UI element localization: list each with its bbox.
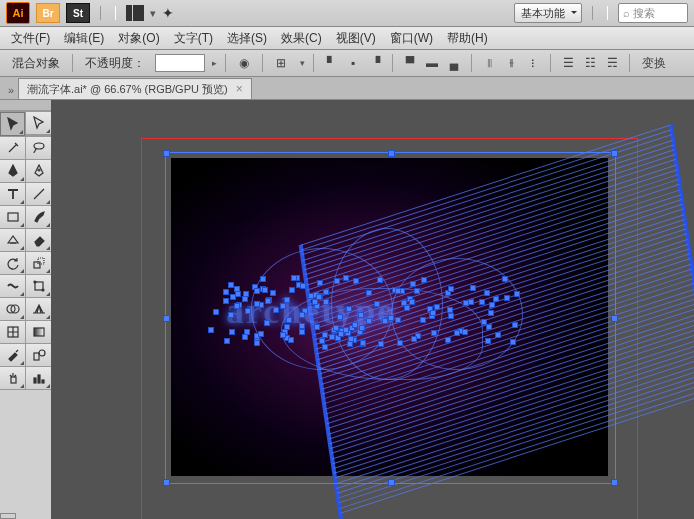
resize-handle-t[interactable] [388,150,395,157]
lasso-tool[interactable] [26,137,51,159]
search-input[interactable]: ⌕搜索 [618,3,688,23]
align-top-icon[interactable]: ▀ [399,52,421,74]
opacity-stepper[interactable]: ▸ [209,56,219,70]
mesh-tool[interactable] [0,321,25,343]
resize-handle-b[interactable] [388,479,395,486]
svg-point-7 [42,289,44,291]
svg-rect-11 [34,328,44,336]
rectangle-tool[interactable] [0,206,25,228]
document-tab[interactable]: 潮流字体.ai* @ 66.67% (RGB/GPU 预览) × [18,78,252,99]
svg-rect-16 [38,375,40,383]
selection-bounding-box[interactable] [165,152,616,484]
dist-left-icon[interactable]: ⫴ [478,52,500,74]
menu-type[interactable]: 文字(T) [167,28,220,49]
free-transform-tool[interactable] [26,275,51,297]
align-pixel-icon[interactable]: ⊞ [269,52,293,74]
svg-rect-5 [35,282,43,290]
dist-bottom-icon[interactable]: ☴ [601,52,623,74]
menu-edit[interactable]: 编辑(E) [57,28,111,49]
align-vcenter-icon[interactable]: ▬ [421,52,443,74]
magic-wand-tool[interactable] [0,137,25,159]
stock-badge[interactable]: St [66,3,90,23]
type-tool[interactable] [0,183,25,205]
gradient-tool[interactable] [26,321,51,343]
close-tab-icon[interactable]: × [236,82,243,96]
svg-rect-15 [34,378,36,383]
menu-effect[interactable]: 效果(C) [274,28,329,49]
rotate-tool[interactable] [0,252,25,274]
align-right-icon[interactable]: ▝ [364,52,386,74]
dropdown-arrow-icon[interactable]: ▾ [150,7,156,20]
bridge-badge[interactable]: Br [36,3,60,23]
toolbox-grip[interactable] [0,100,51,111]
resize-handle-tr[interactable] [611,150,618,157]
svg-rect-14 [11,377,16,383]
gpu-icon[interactable]: ✦ [162,5,174,21]
resize-handle-bl[interactable] [163,479,170,486]
scale-tool[interactable] [26,252,51,274]
svg-rect-17 [42,380,44,383]
document-title: 潮流字体.ai* @ 66.67% (RGB/GPU 预览) [27,82,228,97]
separator [550,54,551,72]
menu-select[interactable]: 选择(S) [220,28,274,49]
toolbox [0,100,51,519]
menu-object[interactable]: 对象(O) [111,28,166,49]
svg-rect-3 [34,262,40,268]
column-graph-tool[interactable] [26,367,51,389]
line-segment-tool[interactable] [26,183,51,205]
menu-window[interactable]: 窗口(W) [383,28,440,49]
separator [262,54,263,72]
style-icon[interactable]: ◉ [232,52,256,74]
resize-handle-br[interactable] [611,479,618,486]
opacity-label: 不透明度： [79,55,151,72]
doc-list-icon[interactable]: » [4,81,18,99]
workspace-switcher[interactable]: 基本功能 [514,3,582,23]
svg-point-1 [38,169,40,171]
separator [313,54,314,72]
separator [72,54,73,72]
align-hcenter-icon[interactable]: ▪ [342,52,364,74]
menu-view[interactable]: 视图(V) [329,28,383,49]
shaper-tool[interactable] [0,229,25,251]
dist-vcenter-icon[interactable]: ☷ [579,52,601,74]
symbol-sprayer-tool[interactable] [0,367,25,389]
eraser-tool[interactable] [26,229,51,251]
opacity-input[interactable] [155,54,205,72]
curvature-tool[interactable] [26,160,51,182]
dist-right-icon[interactable]: ⫶ [522,52,544,74]
svg-rect-12 [34,353,39,360]
align-pixel-menu[interactable]: ▾ [297,56,307,70]
resize-handle-r[interactable] [611,315,618,322]
menu-help[interactable]: 帮助(H) [440,28,495,49]
blend-tool[interactable] [26,344,51,366]
arrange-docs-icon[interactable] [126,5,144,21]
separator [629,54,630,72]
align-left-icon[interactable]: ▘ [320,52,342,74]
dist-top-icon[interactable]: ☰ [557,52,579,74]
dist-hcenter-icon[interactable]: ⫵ [500,52,522,74]
separator [592,6,608,20]
resize-handle-tl[interactable] [163,150,170,157]
direct-selection-tool[interactable] [26,112,51,134]
shape-builder-tool[interactable] [0,298,25,320]
perspective-grid-tool[interactable] [26,298,51,320]
status-corner [0,513,16,519]
separator [100,6,116,20]
separator [471,54,472,72]
paintbrush-tool[interactable] [26,206,51,228]
app-logo: Ai [6,2,30,24]
width-tool[interactable] [0,275,25,297]
transform-panel-button[interactable]: 变换 [636,52,672,74]
pen-tool[interactable] [0,160,25,182]
workspace-label: 基本功能 [521,6,565,21]
resize-handle-l[interactable] [163,315,170,322]
separator [225,54,226,72]
selection-tool[interactable] [0,112,25,136]
canvas-area[interactable]: archetype [51,100,694,519]
align-bottom-icon[interactable]: ▄ [443,52,465,74]
eyedropper-tool[interactable] [0,344,25,366]
search-placeholder: 搜索 [630,6,655,21]
menu-file[interactable]: 文件(F) [4,28,57,49]
selection-context-label: 混合对象 [6,55,66,72]
separator [392,54,393,72]
